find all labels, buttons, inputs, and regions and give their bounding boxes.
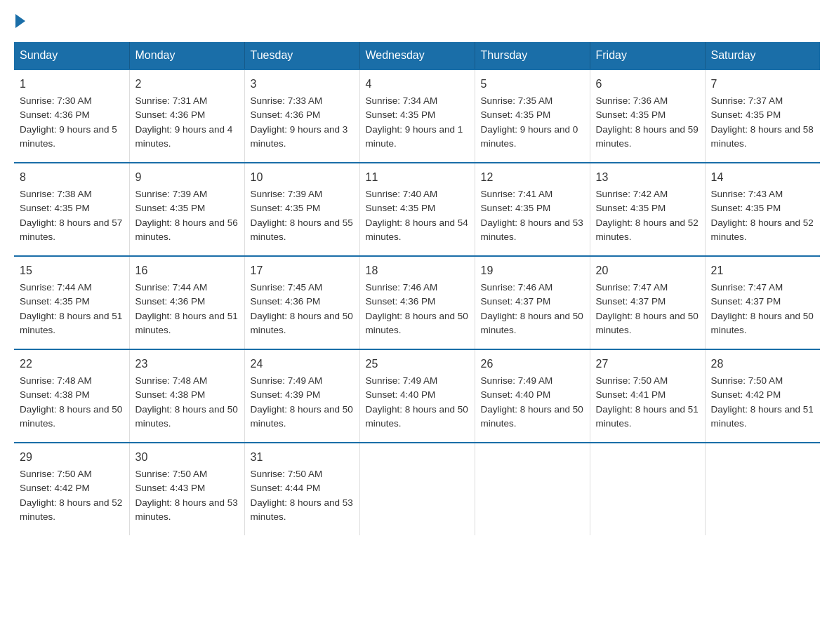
calendar-day-cell [590, 443, 705, 535]
calendar-day-cell: 31Sunrise: 7:50 AMSunset: 4:44 PMDayligh… [244, 443, 359, 535]
calendar-day-cell: 23Sunrise: 7:48 AMSunset: 4:38 PMDayligh… [129, 349, 244, 443]
calendar-day-cell: 9Sunrise: 7:39 AMSunset: 4:35 PMDaylight… [129, 163, 244, 256]
calendar-week-row: 15Sunrise: 7:44 AMSunset: 4:35 PMDayligh… [14, 256, 820, 349]
day-of-week-header: Monday [129, 42, 244, 69]
logo [14, 14, 27, 28]
calendar-week-row: 22Sunrise: 7:48 AMSunset: 4:38 PMDayligh… [14, 349, 820, 443]
calendar-body: 1Sunrise: 7:30 AMSunset: 4:36 PMDaylight… [14, 69, 820, 535]
calendar-day-cell: 2Sunrise: 7:31 AMSunset: 4:36 PMDaylight… [129, 69, 244, 163]
page-header [14, 14, 820, 28]
day-number: 9 [135, 169, 239, 186]
day-of-week-header: Wednesday [359, 42, 475, 69]
calendar-day-cell: 8Sunrise: 7:38 AMSunset: 4:35 PMDaylight… [14, 163, 129, 256]
day-number: 10 [251, 169, 354, 186]
calendar-week-row: 1Sunrise: 7:30 AMSunset: 4:36 PMDaylight… [14, 69, 820, 163]
calendar-day-cell: 28Sunrise: 7:50 AMSunset: 4:42 PMDayligh… [705, 349, 820, 443]
day-number: 15 [20, 262, 124, 279]
day-number: 4 [366, 76, 469, 93]
calendar-day-cell: 16Sunrise: 7:44 AMSunset: 4:36 PMDayligh… [129, 256, 244, 349]
day-number: 23 [135, 356, 239, 373]
calendar-day-cell: 4Sunrise: 7:34 AMSunset: 4:35 PMDaylight… [359, 69, 475, 163]
calendar-week-row: 29Sunrise: 7:50 AMSunset: 4:42 PMDayligh… [14, 443, 820, 535]
day-number: 31 [251, 449, 354, 466]
day-number: 13 [596, 169, 699, 186]
calendar-day-cell [705, 443, 820, 535]
day-number: 25 [366, 356, 469, 373]
calendar-day-cell: 21Sunrise: 7:47 AMSunset: 4:37 PMDayligh… [705, 256, 820, 349]
day-number: 27 [596, 356, 699, 373]
day-of-week-header: Saturday [705, 42, 820, 69]
day-number: 8 [20, 169, 124, 186]
day-number: 20 [596, 262, 699, 279]
day-of-week-header: Tuesday [244, 42, 359, 69]
calendar-day-cell: 13Sunrise: 7:42 AMSunset: 4:35 PMDayligh… [590, 163, 705, 256]
day-number: 7 [711, 76, 815, 93]
calendar-day-cell: 17Sunrise: 7:45 AMSunset: 4:36 PMDayligh… [244, 256, 359, 349]
day-number: 29 [20, 449, 124, 466]
calendar-day-cell: 5Sunrise: 7:35 AMSunset: 4:35 PMDaylight… [475, 69, 590, 163]
day-number: 26 [481, 356, 584, 373]
calendar-day-cell: 11Sunrise: 7:40 AMSunset: 4:35 PMDayligh… [359, 163, 475, 256]
day-number: 5 [481, 76, 584, 93]
day-number: 11 [366, 169, 469, 186]
day-number: 24 [251, 356, 354, 373]
day-number: 12 [481, 169, 584, 186]
calendar-day-cell [475, 443, 590, 535]
day-number: 14 [711, 169, 815, 186]
day-number: 2 [135, 76, 239, 93]
calendar-day-cell: 18Sunrise: 7:46 AMSunset: 4:36 PMDayligh… [359, 256, 475, 349]
day-of-week-header: Thursday [475, 42, 590, 69]
calendar-header-row: SundayMondayTuesdayWednesdayThursdayFrid… [14, 42, 820, 69]
calendar-day-cell: 19Sunrise: 7:46 AMSunset: 4:37 PMDayligh… [475, 256, 590, 349]
calendar-day-cell: 7Sunrise: 7:37 AMSunset: 4:35 PMDaylight… [705, 69, 820, 163]
logo-arrow-icon [15, 14, 25, 28]
day-number: 6 [596, 76, 699, 93]
calendar-day-cell: 20Sunrise: 7:47 AMSunset: 4:37 PMDayligh… [590, 256, 705, 349]
day-number: 16 [135, 262, 239, 279]
calendar-day-cell: 29Sunrise: 7:50 AMSunset: 4:42 PMDayligh… [14, 443, 129, 535]
day-number: 22 [20, 356, 124, 373]
calendar-day-cell: 30Sunrise: 7:50 AMSunset: 4:43 PMDayligh… [129, 443, 244, 535]
day-of-week-header: Friday [590, 42, 705, 69]
calendar-day-cell: 27Sunrise: 7:50 AMSunset: 4:41 PMDayligh… [590, 349, 705, 443]
calendar-day-cell [359, 443, 475, 535]
day-number: 21 [711, 262, 815, 279]
calendar-day-cell: 25Sunrise: 7:49 AMSunset: 4:40 PMDayligh… [359, 349, 475, 443]
calendar-day-cell: 22Sunrise: 7:48 AMSunset: 4:38 PMDayligh… [14, 349, 129, 443]
calendar-day-cell: 14Sunrise: 7:43 AMSunset: 4:35 PMDayligh… [705, 163, 820, 256]
day-number: 18 [366, 262, 469, 279]
calendar-week-row: 8Sunrise: 7:38 AMSunset: 4:35 PMDaylight… [14, 163, 820, 256]
day-number: 1 [20, 76, 124, 93]
calendar-day-cell: 10Sunrise: 7:39 AMSunset: 4:35 PMDayligh… [244, 163, 359, 256]
day-number: 17 [251, 262, 354, 279]
calendar-day-cell: 3Sunrise: 7:33 AMSunset: 4:36 PMDaylight… [244, 69, 359, 163]
calendar-day-cell: 26Sunrise: 7:49 AMSunset: 4:40 PMDayligh… [475, 349, 590, 443]
calendar-day-cell: 1Sunrise: 7:30 AMSunset: 4:36 PMDaylight… [14, 69, 129, 163]
day-number: 3 [251, 76, 354, 93]
calendar-day-cell: 12Sunrise: 7:41 AMSunset: 4:35 PMDayligh… [475, 163, 590, 256]
day-number: 28 [711, 356, 815, 373]
day-of-week-header: Sunday [14, 42, 129, 69]
calendar-day-cell: 6Sunrise: 7:36 AMSunset: 4:35 PMDaylight… [590, 69, 705, 163]
calendar-day-cell: 15Sunrise: 7:44 AMSunset: 4:35 PMDayligh… [14, 256, 129, 349]
day-number: 19 [481, 262, 584, 279]
calendar-day-cell: 24Sunrise: 7:49 AMSunset: 4:39 PMDayligh… [244, 349, 359, 443]
day-number: 30 [135, 449, 239, 466]
calendar-table: SundayMondayTuesdayWednesdayThursdayFrid… [14, 42, 820, 535]
